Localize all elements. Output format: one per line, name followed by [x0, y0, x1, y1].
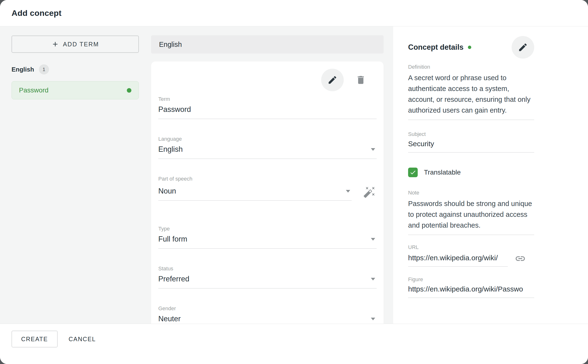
add-term-button-label: ADD TERM — [63, 41, 99, 48]
figure-input-value[interactable]: https://en.wikipedia.org/wiki/Passwo — [408, 285, 534, 298]
pencil-icon — [327, 75, 338, 85]
add-concept-dialog: Add concept ADD TERM English 1 Password … — [0, 0, 588, 364]
language-group-header: English 1 — [12, 64, 139, 74]
plus-icon — [51, 40, 59, 48]
auto-detect-pos-button[interactable] — [362, 185, 377, 199]
type-select-value: Full form — [158, 235, 187, 243]
chevron-down-icon — [371, 278, 375, 280]
add-term-button[interactable]: ADD TERM — [12, 36, 139, 53]
definition-field-label: Definition — [408, 64, 534, 70]
part-of-speech-select[interactable]: Noun — [158, 187, 352, 201]
dialog-body: ADD TERM English 1 Password English — [0, 26, 588, 324]
concept-details-header: Concept details — [408, 36, 534, 58]
trash-icon — [355, 75, 366, 85]
note-text[interactable]: Passwords should be strong and unique to… — [408, 198, 534, 235]
subject-field: Subject Security — [408, 131, 534, 153]
term-language-header: English — [151, 35, 384, 53]
figure-field: Figure https://en.wikipedia.org/wiki/Pas… — [408, 276, 534, 298]
link-icon — [515, 253, 526, 264]
pencil-icon — [518, 42, 528, 52]
cancel-button[interactable]: CANCEL — [60, 331, 105, 347]
subject-input-value[interactable]: Security — [408, 140, 534, 153]
part-of-speech-row: Noun — [158, 185, 377, 201]
term-status-dot — [127, 88, 131, 93]
status-field-label: Status — [158, 266, 377, 272]
create-button[interactable]: CREATE — [12, 331, 58, 347]
definition-field: Definition A secret word or phrase used … — [408, 64, 534, 120]
magic-wand-icon — [363, 186, 376, 198]
note-field-label: Note — [408, 190, 534, 196]
chevron-down-icon — [371, 238, 375, 240]
check-icon — [410, 169, 416, 176]
term-fields: Term Password Language English Part — [158, 96, 377, 324]
edit-concept-button[interactable] — [512, 36, 534, 58]
gender-select-value: Neuter — [158, 315, 181, 323]
translatable-checkbox-row[interactable]: Translatable — [408, 168, 534, 177]
concept-details-title: Concept details — [408, 43, 464, 52]
chevron-down-icon — [371, 148, 375, 151]
term-list-item-password[interactable]: Password — [12, 81, 139, 99]
delete-term-button[interactable] — [349, 69, 372, 91]
status-select[interactable]: Preferred — [158, 275, 377, 289]
language-group-name: English — [12, 66, 34, 73]
term-list-panel: ADD TERM English 1 Password — [0, 26, 151, 324]
gender-field: Gender Neuter — [158, 306, 377, 324]
language-field: Language English — [158, 136, 377, 159]
note-field: Note Passwords should be strong and uniq… — [408, 190, 534, 235]
translatable-label: Translatable — [424, 169, 461, 176]
term-field-label: Term — [158, 96, 377, 102]
page-title: Add concept — [12, 8, 61, 18]
concept-status-dot — [468, 46, 471, 49]
dialog-footer: CREATE CANCEL — [0, 324, 588, 364]
url-field-label: URL — [408, 244, 534, 250]
figure-field-label: Figure — [408, 276, 534, 283]
concept-details-panel: Concept details Definition A secret word… — [393, 26, 588, 324]
term-form-card: Term Password Language English Part — [151, 61, 384, 324]
part-of-speech-field-label: Part of speech — [158, 176, 377, 182]
term-field: Term Password — [158, 96, 377, 119]
language-term-count-badge: 1 — [39, 64, 49, 74]
edit-term-button[interactable] — [321, 69, 344, 91]
term-card-actions — [158, 69, 377, 91]
dialog-header: Add concept — [0, 0, 588, 26]
part-of-speech-field: Part of speech Noun — [158, 176, 377, 201]
part-of-speech-select-value: Noun — [158, 187, 176, 195]
language-select-value: English — [158, 145, 183, 154]
type-field-label: Type — [158, 226, 377, 232]
type-select[interactable]: Full form — [158, 235, 377, 249]
url-field: URL https://en.wikipedia.org/wiki/ — [408, 244, 534, 267]
term-input-value: Password — [158, 105, 191, 114]
term-form-panel: English Term Password — [151, 26, 393, 324]
open-link-button[interactable] — [515, 253, 526, 264]
definition-text[interactable]: A secret word or phrase used to authenti… — [408, 72, 534, 120]
translatable-checkbox[interactable] — [408, 168, 418, 177]
language-field-label: Language — [158, 136, 377, 142]
term-input[interactable]: Password — [158, 105, 377, 119]
term-language-header-label: English — [159, 41, 182, 48]
chevron-down-icon — [346, 190, 350, 193]
status-select-value: Preferred — [158, 275, 189, 283]
status-field: Status Preferred — [158, 266, 377, 289]
url-input-value[interactable]: https://en.wikipedia.org/wiki/ — [408, 254, 508, 267]
chevron-down-icon — [371, 318, 375, 320]
language-select[interactable]: English — [158, 145, 377, 159]
gender-field-label: Gender — [158, 306, 377, 312]
gender-select[interactable]: Neuter — [158, 315, 377, 324]
term-list-item-label: Password — [19, 86, 49, 94]
subject-field-label: Subject — [408, 131, 534, 137]
type-field: Type Full form — [158, 226, 377, 249]
